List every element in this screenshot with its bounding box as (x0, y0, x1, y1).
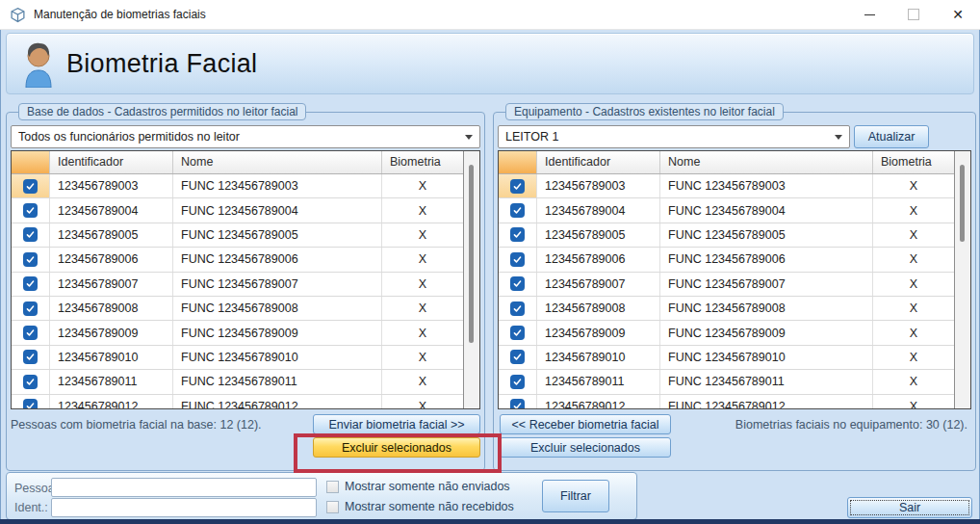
checkbox-checked-icon[interactable] (23, 375, 38, 389)
row-checkbox-cell[interactable] (12, 248, 50, 271)
row-checkbox-cell[interactable] (499, 248, 537, 271)
show-not-sent-checkbox-row[interactable]: Mostrar somente não enviados (326, 480, 510, 493)
table-row[interactable]: 123456789011 FUNC 123456789011 X (12, 370, 463, 394)
checkbox-checked-icon[interactable] (23, 276, 38, 291)
column-nome[interactable]: Nome (173, 151, 382, 173)
checkbox-checked-icon[interactable] (510, 203, 525, 218)
checkbox-checked-icon[interactable] (23, 350, 38, 364)
row-checkbox-cell[interactable] (499, 223, 537, 247)
column-biometria[interactable]: Biometria (382, 151, 463, 173)
scrollbar-thumb[interactable] (469, 165, 474, 343)
row-checkbox-cell[interactable] (12, 321, 50, 344)
row-checkbox-cell[interactable] (499, 297, 537, 320)
row-checkbox-cell[interactable] (499, 395, 537, 408)
column-biometria[interactable]: Biometria (873, 151, 954, 173)
minimize-button[interactable] (847, 0, 891, 29)
checkbox-checked-icon[interactable] (510, 301, 525, 316)
checkbox-checked-icon[interactable] (510, 375, 525, 389)
delete-selected-equipment-button[interactable]: Excluir selecionados (500, 437, 671, 458)
row-checkbox-cell[interactable] (12, 198, 50, 222)
checkbox-checked-icon[interactable] (510, 179, 525, 194)
row-checkbox-cell[interactable] (499, 346, 537, 369)
checkbox-checked-icon[interactable] (23, 326, 38, 340)
row-checkbox-cell[interactable] (499, 174, 537, 197)
checkbox-unchecked-icon[interactable] (326, 501, 339, 513)
checkbox-checked-icon[interactable] (510, 276, 525, 291)
checkbox-checked-icon[interactable] (23, 227, 38, 242)
checkbox-checked-icon[interactable] (23, 203, 38, 218)
row-checkbox-cell[interactable] (499, 321, 537, 344)
row-checkbox-cell[interactable] (12, 346, 50, 369)
vertical-scrollbar[interactable] (954, 151, 970, 408)
checkbox-checked-icon[interactable] (510, 350, 525, 364)
refresh-button[interactable]: Atualizar (854, 125, 929, 148)
row-checkbox-cell[interactable] (12, 395, 50, 408)
show-not-received-checkbox-row[interactable]: Mostrar somente não recebidos (326, 500, 514, 513)
checkbox-checked-icon[interactable] (510, 227, 525, 242)
checkbox-unchecked-icon[interactable] (326, 481, 339, 493)
table-row[interactable]: 123456789004 FUNC 123456789004 X (499, 198, 954, 223)
table-row[interactable]: 123456789009 FUNC 123456789009 X (499, 321, 954, 345)
chevron-down-icon[interactable] (835, 135, 842, 140)
column-identificador[interactable]: Identificador (50, 151, 173, 173)
row-checkbox-cell[interactable] (12, 174, 50, 197)
row-checkbox-cell[interactable] (12, 273, 50, 296)
row-checkbox-cell[interactable] (499, 273, 537, 296)
show-not-sent-label: Mostrar somente não enviados (345, 480, 510, 493)
cell-nome: FUNC 123456789003 (173, 174, 382, 197)
window-controls: ✕ (847, 0, 980, 29)
table-row[interactable]: 123456789010 FUNC 123456789010 X (12, 346, 463, 370)
table-row[interactable]: 123456789012 FUNC 123456789012 X (499, 395, 954, 408)
ident-input[interactable] (51, 498, 317, 517)
cell-nome: FUNC 123456789009 (173, 321, 382, 344)
row-checkbox-cell[interactable] (12, 297, 50, 320)
table-row[interactable]: 123456789008 FUNC 123456789008 X (499, 297, 954, 321)
select-all-header-cell[interactable] (12, 151, 50, 173)
filter-button[interactable]: Filtrar (542, 480, 609, 512)
checkbox-checked-icon[interactable] (23, 252, 38, 267)
exit-button[interactable]: Sair (847, 497, 972, 518)
employee-filter-dropdown[interactable]: Todos os funcionários permitidos no leit… (11, 125, 480, 148)
table-row[interactable]: 123456789007 FUNC 123456789007 X (12, 273, 463, 297)
cell-identificador: 123456789006 (50, 248, 173, 271)
table-header: Identificador Nome Biometria (12, 151, 463, 174)
table-row[interactable]: 123456789011 FUNC 123456789011 X (499, 370, 954, 394)
checkbox-checked-icon[interactable] (510, 252, 525, 267)
equipment-panel-label: Equipamento - Cadastros existentes no le… (505, 103, 784, 120)
vertical-scrollbar[interactable] (463, 151, 479, 408)
table-row[interactable]: 123456789003 FUNC 123456789003 X (499, 174, 954, 198)
row-checkbox-cell[interactable] (499, 198, 537, 222)
row-checkbox-cell[interactable] (12, 223, 50, 247)
checkbox-checked-icon[interactable] (510, 399, 525, 408)
table-row[interactable]: 123456789009 FUNC 123456789009 X (12, 321, 463, 345)
checkbox-checked-icon[interactable] (23, 179, 38, 194)
reader-dropdown[interactable]: LEITOR 1 (498, 125, 850, 148)
table-row[interactable]: 123456789010 FUNC 123456789010 X (499, 346, 954, 370)
close-icon: ✕ (952, 8, 964, 21)
chevron-down-icon[interactable] (465, 135, 473, 140)
table-row[interactable]: 123456789004 FUNC 123456789004 X (12, 198, 463, 223)
checkbox-checked-icon[interactable] (510, 326, 525, 340)
select-all-header-cell[interactable] (499, 151, 537, 173)
row-checkbox-cell[interactable] (12, 370, 50, 393)
column-identificador[interactable]: Identificador (537, 151, 660, 173)
row-checkbox-cell[interactable] (499, 370, 537, 393)
column-nome[interactable]: Nome (660, 151, 873, 173)
table-row[interactable]: 123456789003 FUNC 123456789003 X (12, 174, 463, 198)
checkbox-checked-icon[interactable] (23, 301, 38, 316)
table-row[interactable]: 123456789006 FUNC 123456789006 X (499, 248, 954, 272)
table-row[interactable]: 123456789007 FUNC 123456789007 X (499, 273, 954, 297)
receive-biometry-button[interactable]: << Receber biometria facial (500, 414, 671, 434)
table-row[interactable]: 123456789008 FUNC 123456789008 X (12, 297, 463, 321)
send-biometry-button[interactable]: Enviar biometria facial >> (313, 414, 480, 434)
pessoa-input[interactable] (51, 478, 317, 497)
delete-selected-database-button[interactable]: Excluir selecionados (313, 437, 480, 458)
checkbox-checked-icon[interactable] (23, 399, 38, 408)
maximize-button[interactable] (891, 0, 936, 29)
table-row[interactable]: 123456789005 FUNC 123456789005 X (499, 223, 954, 248)
table-row[interactable]: 123456789006 FUNC 123456789006 X (12, 248, 463, 272)
table-row[interactable]: 123456789012 FUNC 123456789012 X (12, 395, 463, 408)
table-row[interactable]: 123456789005 FUNC 123456789005 X (12, 223, 463, 248)
close-button[interactable]: ✕ (936, 0, 980, 29)
scrollbar-thumb[interactable] (960, 165, 965, 242)
